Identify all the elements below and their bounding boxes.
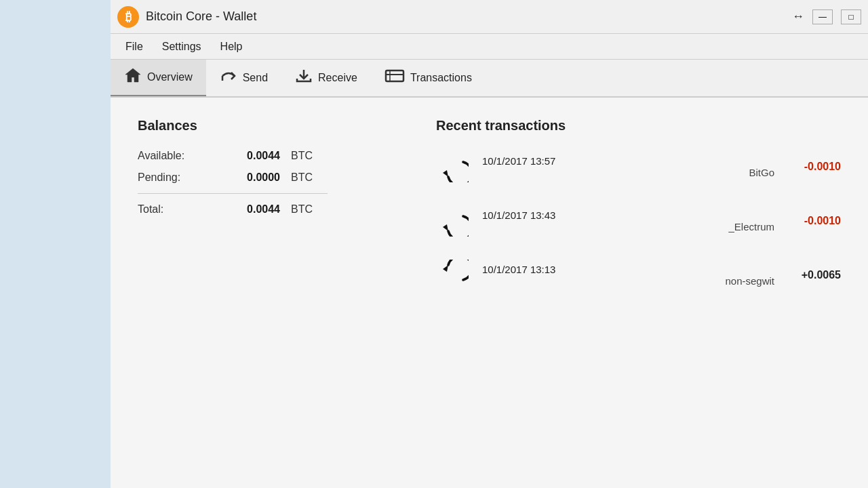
transactions-icon bbox=[384, 68, 405, 88]
title-bar: ₿ Bitcoin Core - Wallet ↔ — □ bbox=[111, 0, 868, 34]
tx-amount: -0.0010 bbox=[787, 215, 841, 227]
tx-amount: -0.0010 bbox=[787, 161, 841, 173]
tx-date: 10/1/2017 13:13 bbox=[482, 264, 774, 275]
tab-overview[interactable]: Overview bbox=[111, 60, 206, 96]
menu-file[interactable]: File bbox=[117, 38, 151, 56]
total-currency: BTC bbox=[291, 203, 313, 216]
window-title: Bitcoin Core - Wallet bbox=[146, 9, 256, 24]
pending-value: 0.0000 bbox=[212, 171, 280, 184]
tab-send[interactable]: Send bbox=[206, 60, 281, 96]
menu-settings[interactable]: Settings bbox=[154, 38, 210, 56]
available-currency: BTC bbox=[291, 150, 313, 162]
tab-receive[interactable]: Receive bbox=[281, 60, 371, 96]
left-sidebar bbox=[0, 0, 111, 488]
menu-bar: File Settings Help bbox=[111, 34, 868, 60]
pending-row: Pending: 0.0000 BTC bbox=[138, 171, 409, 184]
tab-overview-label: Overview bbox=[147, 71, 193, 83]
transactions-list: 10/1/2017 13:57 BitGo -0.0010 10/1/2017 … bbox=[436, 150, 841, 292]
send-icon bbox=[220, 68, 237, 88]
total-row: Total: 0.0044 BTC bbox=[138, 203, 409, 216]
home-icon bbox=[124, 67, 142, 87]
main-content: Balances Available: 0.0044 BTC Pending: … bbox=[111, 98, 868, 488]
tx-arrow-icon bbox=[436, 258, 470, 292]
pending-currency: BTC bbox=[291, 171, 313, 184]
tab-transactions-label: Transactions bbox=[410, 72, 472, 84]
tab-send-label: Send bbox=[243, 72, 268, 84]
tx-label: non-segwit bbox=[482, 275, 774, 287]
svg-text:₿: ₿ bbox=[125, 10, 132, 24]
receive-icon bbox=[295, 68, 313, 88]
tx-arrow-icon bbox=[436, 204, 470, 238]
tx-arrow-icon bbox=[436, 150, 470, 184]
transaction-item: 10/1/2017 13:13 non-segwit +0.0065 bbox=[436, 258, 841, 292]
svg-rect-2 bbox=[386, 70, 403, 81]
total-label: Total: bbox=[138, 203, 212, 216]
tx-amount: +0.0065 bbox=[787, 269, 841, 281]
menu-help[interactable]: Help bbox=[212, 38, 251, 56]
available-row: Available: 0.0044 BTC bbox=[138, 150, 409, 162]
tx-info: 10/1/2017 13:57 BitGo bbox=[482, 155, 774, 178]
available-label: Available: bbox=[138, 150, 212, 162]
maximize-button[interactable]: □ bbox=[841, 9, 861, 24]
tx-date: 10/1/2017 13:43 bbox=[482, 209, 774, 221]
toolbar: Overview Send Receive bbox=[111, 60, 868, 98]
app-logo: ₿ bbox=[117, 6, 139, 28]
balances-title: Balances bbox=[138, 118, 409, 134]
transactions-panel: Recent transactions 10/1/2017 13:57 BitG… bbox=[436, 118, 841, 468]
minimize-button[interactable]: — bbox=[812, 9, 833, 24]
pending-label: Pending: bbox=[138, 171, 212, 184]
tab-transactions[interactable]: Transactions bbox=[371, 60, 486, 96]
resize-icon: ↔ bbox=[792, 9, 804, 24]
transaction-item: 10/1/2017 13:57 BitGo -0.0010 bbox=[436, 150, 841, 184]
tx-label: _Electrum bbox=[482, 221, 774, 232]
balances-panel: Balances Available: 0.0044 BTC Pending: … bbox=[138, 118, 409, 468]
tx-label: BitGo bbox=[482, 167, 774, 178]
total-value: 0.0044 bbox=[212, 203, 280, 216]
tab-receive-label: Receive bbox=[318, 72, 357, 84]
main-window: ₿ Bitcoin Core - Wallet ↔ — □ File Setti… bbox=[111, 0, 868, 488]
transactions-title: Recent transactions bbox=[436, 118, 841, 134]
tx-info: 10/1/2017 13:13 non-segwit bbox=[482, 264, 774, 287]
available-value: 0.0044 bbox=[212, 150, 280, 162]
window-controls: ↔ — □ bbox=[792, 9, 861, 24]
tx-date: 10/1/2017 13:57 bbox=[482, 155, 774, 167]
tx-info: 10/1/2017 13:43 _Electrum bbox=[482, 209, 774, 232]
transaction-item: 10/1/2017 13:43 _Electrum -0.0010 bbox=[436, 204, 841, 238]
balance-divider bbox=[138, 193, 328, 194]
